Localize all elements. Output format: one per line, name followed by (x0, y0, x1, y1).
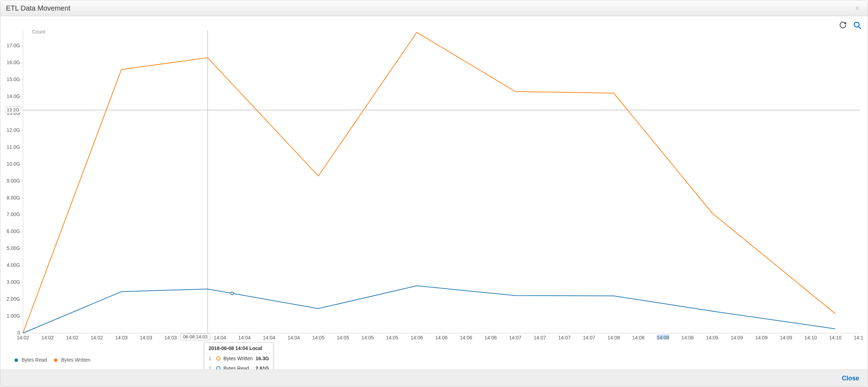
svg-text:15.0G: 15.0G (7, 76, 20, 82)
svg-text:14:04: 14:04 (263, 335, 275, 340)
svg-text:06-08 14:03: 06-08 14:03 (183, 334, 207, 339)
svg-text:14:02: 14:02 (66, 335, 78, 340)
svg-text:14:08: 14:08 (608, 335, 620, 340)
tooltip-series-name: Bytes Written (223, 356, 253, 361)
close-icon[interactable]: × (853, 3, 862, 13)
legend-swatch (14, 358, 18, 362)
svg-text:Count: Count (32, 29, 45, 35)
legend-item[interactable]: Bytes Read (14, 357, 47, 363)
svg-text:14:05: 14:05 (386, 335, 398, 340)
svg-text:7.00G: 7.00G (7, 211, 20, 217)
legend-label: Bytes Read (22, 357, 47, 363)
svg-text:8.00G: 8.00G (7, 195, 20, 201)
svg-text:14:07: 14:07 (534, 335, 546, 340)
footer: Close (0, 369, 868, 387)
svg-text:16.0G: 16.0G (7, 60, 20, 65)
svg-text:14:05: 14:05 (312, 335, 325, 340)
hover-tooltip: 2018-06-08 14:04 Local 1. Bytes Written … (204, 342, 273, 374)
svg-text:14:09: 14:09 (706, 335, 718, 340)
svg-text:9.00G: 9.00G (7, 178, 20, 184)
svg-text:5.00G: 5.00G (7, 245, 20, 251)
svg-text:14:03: 14:03 (115, 335, 128, 340)
svg-text:1.00G: 1.00G (7, 313, 20, 319)
tooltip-title: 2018-06-08 14:04 Local (204, 343, 273, 354)
window-title: ETL Data Movement (6, 4, 71, 12)
svg-text:12.0G: 12.0G (7, 127, 20, 133)
svg-text:14:07: 14:07 (558, 335, 571, 340)
svg-text:14:02: 14:02 (17, 335, 29, 340)
titlebar: ETL Data Movement × (0, 0, 868, 16)
svg-text:14:08: 14:08 (632, 335, 645, 340)
tooltip-row: 1. Bytes Written 16.3G (204, 354, 273, 363)
legend-label: Bytes Written (61, 357, 90, 363)
modal-window: ETL Data Movement × 01.00G2.00G3.00G4.00… (0, 0, 868, 387)
svg-text:14:06: 14:06 (435, 335, 447, 340)
chart-area[interactable]: 01.00G2.00G3.00G4.00G5.00G6.00G7.00G8.00… (5, 27, 863, 354)
svg-text:14:06: 14:06 (484, 335, 497, 340)
legend-item[interactable]: Bytes Written (54, 357, 90, 363)
svg-text:14:10: 14:10 (854, 335, 863, 340)
svg-text:14:07: 14:07 (583, 335, 595, 340)
svg-text:13.2G: 13.2G (7, 107, 19, 112)
svg-text:14:03: 14:03 (164, 335, 177, 340)
svg-text:14:07: 14:07 (509, 335, 522, 340)
svg-text:14:10: 14:10 (829, 335, 842, 340)
svg-text:14:05: 14:05 (361, 335, 374, 340)
svg-text:4.00G: 4.00G (7, 262, 20, 268)
tooltip-value: 16.3G (255, 356, 269, 361)
svg-text:10.0G: 10.0G (7, 161, 20, 167)
svg-text:14.0G: 14.0G (7, 93, 20, 99)
svg-text:14:08: 14:08 (681, 335, 694, 340)
svg-text:17.0G: 17.0G (7, 43, 20, 48)
legend-swatch (54, 358, 58, 362)
svg-text:14:02: 14:02 (41, 335, 54, 340)
svg-text:11.0G: 11.0G (7, 144, 20, 150)
svg-text:14:02: 14:02 (91, 335, 103, 340)
svg-text:14:08: 14:08 (657, 335, 669, 340)
svg-text:14:09: 14:09 (780, 335, 792, 340)
svg-text:14:06: 14:06 (460, 335, 472, 340)
svg-point-83 (231, 292, 234, 295)
close-button[interactable]: Close (842, 375, 859, 382)
svg-text:6.00G: 6.00G (7, 228, 20, 234)
svg-text:14:05: 14:05 (337, 335, 349, 340)
tooltip-index: 1. (209, 356, 213, 361)
legend: Bytes Read Bytes Written (14, 357, 90, 363)
svg-text:14:04: 14:04 (238, 335, 251, 340)
svg-text:14:04: 14:04 (214, 335, 226, 340)
svg-text:14:06: 14:06 (411, 335, 423, 340)
svg-text:14:10: 14:10 (804, 335, 817, 340)
svg-text:14:04: 14:04 (288, 335, 300, 340)
tooltip-swatch (216, 356, 221, 361)
svg-text:14:09: 14:09 (755, 335, 767, 340)
svg-text:2.00G: 2.00G (7, 296, 20, 302)
svg-text:14:09: 14:09 (731, 335, 743, 340)
svg-text:14:03: 14:03 (140, 335, 152, 340)
svg-text:3.00G: 3.00G (7, 279, 20, 285)
